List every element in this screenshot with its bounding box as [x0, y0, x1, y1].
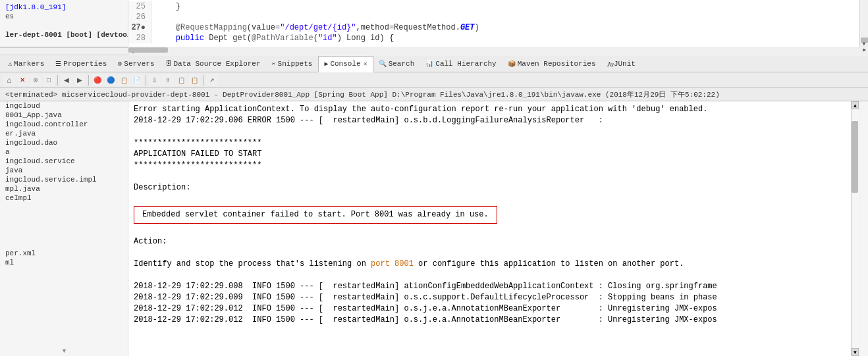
line-number: 28: [128, 33, 151, 43]
tab-maven-repositories[interactable]: 📦 Maven Repositories: [502, 55, 602, 72]
toolbar-back-btn[interactable]: ◀: [61, 74, 72, 86]
code-line: 27● @RequestMapping(value="/dept/get/{id…: [128, 22, 868, 33]
tab-snippets[interactable]: ✂ Snippets: [267, 55, 319, 72]
left-panel-item: [0, 203, 128, 212]
toolbar-stop-btn[interactable]: ✕: [16, 74, 28, 86]
left-panel-item: ingcloud: [0, 101, 128, 111]
markers-icon: ⚠: [8, 60, 12, 68]
toolbar-sep-1: [57, 75, 58, 86]
toolbar-sep-3: [146, 75, 146, 86]
console-line: 2018-12-29 17:02:29.008 INFO 1500 --- [ …: [134, 281, 846, 292]
console-title-bar: <terminated> micservicecloud-provider-de…: [0, 88, 868, 101]
line-number: 26: [128, 12, 151, 22]
tab-junit-label: Ju: [607, 60, 614, 68]
code-line: 26: [128, 12, 868, 22]
toolbar-sep-2: [88, 75, 89, 86]
toolbar-open-btn[interactable]: 📋: [188, 74, 200, 86]
tab-markers[interactable]: ⚠ Markers: [3, 55, 50, 72]
toolbar-sep-4: [203, 75, 203, 86]
toolbar-pin-btn[interactable]: □: [43, 74, 55, 86]
tab-search[interactable]: 🔍 Search: [373, 55, 421, 72]
console-output[interactable]: Error starting ApplicationContext. To di…: [128, 101, 851, 356]
tab-console[interactable]: ▶ Console ✕: [318, 56, 373, 72]
servers-icon: ⚙: [118, 60, 122, 68]
toolbar-paste-btn[interactable]: 🔵: [105, 74, 117, 86]
tab-maven-label: Maven Repositories: [518, 60, 596, 68]
left-panel: [jdk1.8.0_191] es ler-dept-8001 [boot] […: [0, 0, 128, 47]
line-number: 25: [128, 1, 151, 12]
scroll-thumb[interactable]: [852, 121, 858, 193]
left-panel-item: 8001_App.java: [0, 111, 128, 120]
console-line: Error starting ApplicationContext. To di…: [134, 104, 846, 115]
console-line: [134, 247, 846, 259]
scroll-arrow-right[interactable]: ▶: [861, 47, 868, 53]
tab-junit[interactable]: Ju JUnit: [602, 55, 641, 72]
tab-console-label: Console: [330, 60, 360, 68]
left-panel-item: er.java: [0, 129, 128, 138]
line-content: public Dept get(@PathVariable("id") Long…: [151, 33, 394, 43]
toolbar-maximize-btn[interactable]: ↗: [206, 74, 218, 86]
left-panel-item: [0, 221, 128, 230]
toolbar-clear-btn[interactable]: ⇧: [162, 74, 174, 86]
left-panel-item: ml: [0, 258, 128, 267]
right-margin: [859, 101, 868, 356]
console-line: [134, 126, 846, 138]
left-panel-item: [0, 240, 128, 249]
left-panel-item: ceImpl: [0, 193, 128, 203]
snippets-icon: ✂: [272, 60, 276, 68]
left-panel-item: [0, 212, 128, 221]
left-panel-item: es: [0, 12, 128, 21]
code-line: 25 }: [128, 1, 868, 12]
tab-servers[interactable]: ⚙ Servers: [113, 55, 160, 72]
toolbar-remove-btn[interactable]: ⊗: [30, 74, 41, 86]
tab-servers-label: Servers: [124, 60, 154, 68]
tab-snippets-label: Snippets: [278, 60, 313, 68]
search-icon: 🔍: [379, 60, 387, 68]
bottom-left-panel: ingcloud 8001_App.java ingcloud.controll…: [0, 101, 128, 356]
left-panel-item: ingcloud.service: [0, 157, 128, 166]
left-panel-item: [0, 230, 128, 240]
line-content: @RequestMapping(value="/dept/get/{id}",m…: [151, 22, 479, 33]
tab-junit-text: JUnit: [614, 60, 636, 68]
vertical-scrollbar[interactable]: ▲ ▼: [851, 101, 859, 356]
tab-data-source-explorer[interactable]: 🗄 Data Source Explorer: [161, 55, 267, 72]
console-line: [134, 193, 846, 205]
tab-bar: ⚠ Markers ☰ Properties ⚙ Servers 🗄 Data …: [0, 55, 868, 72]
scroll-track[interactable]: ◀ ▶: [128, 47, 868, 56]
line-content: }: [151, 1, 180, 12]
toolbar-row: ⌂ ✕ ⊗ □ ◀ ▶ 🔴 🔵 📋 📄 ⇩ ⇧ 📋 📋 ↗: [0, 72, 868, 88]
scroll-up-btn[interactable]: ▲: [852, 101, 859, 109]
left-panel-item: ler-dept-8001 [boot] [devtools]: [0, 30, 128, 39]
left-panel-item: ingcloud.controller: [0, 120, 128, 129]
code-view: 25 } 26 27● @RequestMapping(value="/dept…: [128, 0, 868, 47]
tab-properties-label: Properties: [63, 60, 107, 68]
left-panel-item: mpl.java: [0, 184, 128, 193]
console-line: ***************************: [134, 138, 846, 149]
toolbar-new-btn[interactable]: 📄: [131, 74, 143, 86]
scroll-track[interactable]: [852, 109, 859, 348]
toolbar-home-btn[interactable]: ⌂: [3, 74, 15, 86]
tab-call-hierarchy[interactable]: 📊 Call Hierarchy: [420, 55, 502, 72]
toolbar-forward-btn[interactable]: ▶: [74, 74, 86, 86]
left-panel-item: [0, 21, 128, 30]
toolbar-save-btn[interactable]: 📋: [118, 74, 130, 86]
toolbar-word-wrap-btn[interactable]: 📋: [175, 74, 187, 86]
console-close-icon[interactable]: ✕: [364, 60, 367, 68]
toolbar-scroll-lock-btn[interactable]: ⇩: [149, 74, 161, 86]
left-panel-item: [jdk1.8.0_191]: [0, 3, 128, 12]
left-panel-item: per.xml: [0, 249, 128, 258]
main-area: ingcloud 8001_App.java ingcloud.controll…: [0, 101, 868, 356]
scroll-thumb[interactable]: [128, 47, 168, 53]
code-lines: 25 } 26 27● @RequestMapping(value="/dept…: [128, 0, 868, 45]
console-title-text: <terminated> micservicecloud-provider-de…: [5, 89, 720, 99]
scroll-down-btn[interactable]: ▼: [852, 348, 859, 356]
toolbar-copy-btn[interactable]: 🔴: [92, 74, 103, 86]
code-area: [jdk1.8.0_191] es ler-dept-8001 [boot] […: [0, 0, 868, 47]
error-box: Embedded servlet container failed to sta…: [134, 206, 497, 224]
tab-search-label: Search: [389, 60, 415, 68]
tab-properties[interactable]: ☰ Properties: [50, 55, 113, 72]
horizontal-scrollbar[interactable]: ◀ ▶: [0, 47, 868, 55]
line-content: [151, 12, 161, 22]
left-panel-item: ingcloud.service.impl: [0, 175, 128, 184]
code-scrollbar[interactable]: ▼: [859, 0, 868, 47]
